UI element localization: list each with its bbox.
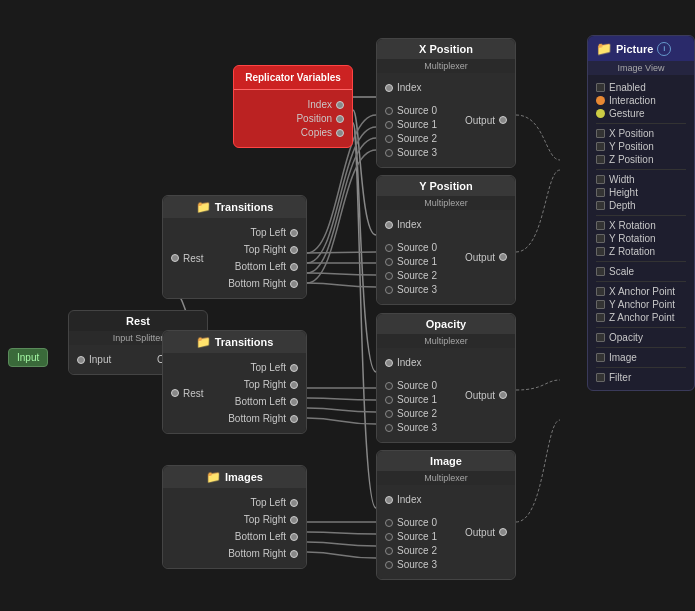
xpos-port-src2: Source 2 — [385, 133, 465, 144]
image-checkbox[interactable] — [596, 353, 605, 362]
port-dot-topleft2 — [290, 364, 298, 372]
opacity-mux-node[interactable]: Opacity Multiplexer Index Source 0 Sourc… — [376, 313, 516, 443]
ypos-header: Y Position — [377, 176, 515, 196]
port-dot-topright-img — [290, 516, 298, 524]
panel-row-yanchor: Y Anchor Point — [596, 299, 686, 310]
picture-panel: 📁 Picture i Image View Enabled Interacti… — [587, 35, 695, 391]
zrot-checkbox[interactable] — [596, 247, 605, 256]
xpos-checkbox[interactable] — [596, 129, 605, 138]
images-header: 📁 Images — [163, 466, 306, 488]
images-port-bottomleft: Bottom Left — [235, 531, 298, 542]
input-label: Input — [17, 352, 39, 363]
xpos-mux-node[interactable]: X Position Multiplexer Index Source 0 So… — [376, 38, 516, 168]
yanchor-checkbox[interactable] — [596, 300, 605, 309]
image-port-src2: Source 2 — [385, 545, 465, 556]
transitions-1-node[interactable]: 📁 Transitions Rest Top Left Top Right — [162, 195, 307, 299]
replicator-port-index: Index — [242, 99, 344, 110]
xpos-header: X Position — [377, 39, 515, 59]
panel-row-zrot: Z Rotation — [596, 246, 686, 257]
panel-row-filter: Filter — [596, 372, 686, 383]
opacity-port-index: Index — [385, 357, 465, 368]
panel-row-interaction: Interaction — [596, 95, 686, 106]
opacity-port-src2: Source 2 — [385, 408, 465, 419]
ypos-port-src1: Source 1 — [385, 256, 465, 267]
width-checkbox[interactable] — [596, 175, 605, 184]
images-port-bottomright: Bottom Right — [228, 548, 298, 559]
image-port-src1: Source 1 — [385, 531, 465, 542]
opacity-checkbox[interactable] — [596, 333, 605, 342]
trans1-port-bottomright: Bottom Right — [228, 278, 298, 289]
picture-panel-body: Enabled Interaction Gesture X Position Y… — [588, 75, 694, 390]
panel-row-gesture: Gesture — [596, 108, 686, 119]
image-mux-node[interactable]: Image Multiplexer Index Source 0 Source … — [376, 450, 516, 580]
trans1-port-bottomleft: Bottom Left — [235, 261, 298, 272]
port-dot-topleft-img — [290, 499, 298, 507]
trans2-port-topleft: Top Left — [250, 362, 298, 373]
splitter-port-input: Input — [77, 354, 111, 365]
panel-row-scale: Scale — [596, 266, 686, 277]
xpos-port-src0: Source 0 — [385, 105, 465, 116]
depth-checkbox[interactable] — [596, 201, 605, 210]
images-node[interactable]: 📁 Images Top Left Top Right Bottom Left … — [162, 465, 307, 569]
panel-row-image: Image — [596, 352, 686, 363]
image-port-src3: Source 3 — [385, 559, 465, 570]
trans2-port-bottomright: Bottom Right — [228, 413, 298, 424]
opacity-port-src0: Source 0 — [385, 380, 465, 391]
port-dot-bottomleft-img — [290, 533, 298, 541]
height-checkbox[interactable] — [596, 188, 605, 197]
replicator-header: Replicator Variables — [234, 66, 352, 89]
panel-row-xanchor: X Anchor Point — [596, 286, 686, 297]
zanchor-checkbox[interactable] — [596, 313, 605, 322]
port-dot-bottomright1 — [290, 280, 298, 288]
images-port-topleft: Top Left — [250, 497, 298, 508]
panel-row-height: Height — [596, 187, 686, 198]
transitions-2-node[interactable]: 📁 Transitions Rest Top Left Top Right — [162, 330, 307, 434]
divider-8 — [596, 367, 686, 368]
folder-icon: 📁 — [596, 41, 612, 56]
panel-row-zanchor: Z Anchor Point — [596, 312, 686, 323]
divider-3 — [596, 215, 686, 216]
ypos-checkbox[interactable] — [596, 142, 605, 151]
xpos-port-src1: Source 1 — [385, 119, 465, 130]
ypos-port-src2: Source 2 — [385, 270, 465, 281]
enabled-checkbox[interactable] — [596, 83, 605, 92]
xanchor-checkbox[interactable] — [596, 287, 605, 296]
port-dot-rest2 — [171, 389, 179, 397]
divider-1 — [596, 123, 686, 124]
panel-row-ypos: Y Position — [596, 141, 686, 152]
port-dot-copies — [336, 129, 344, 137]
trans1-header: 📁 Transitions — [163, 196, 306, 218]
scale-checkbox[interactable] — [596, 267, 605, 276]
divider-2 — [596, 169, 686, 170]
info-icon[interactable]: i — [657, 42, 671, 56]
panel-row-zpos: Z Position — [596, 154, 686, 165]
picture-panel-title: Picture — [616, 43, 653, 55]
replicator-port-copies: Copies — [242, 127, 344, 138]
port-dot-position — [336, 115, 344, 123]
trans1-port-topleft: Top Left — [250, 227, 298, 238]
input-node: Input — [8, 348, 48, 367]
panel-row-enabled: Enabled — [596, 82, 686, 93]
divider-5 — [596, 281, 686, 282]
picture-panel-subtitle: Image View — [618, 63, 665, 73]
trans2-port-rest: Rest — [171, 388, 204, 399]
image-port-src0: Source 0 — [385, 517, 465, 528]
trans2-port-bottomleft: Bottom Left — [235, 396, 298, 407]
image-port-output — [499, 528, 507, 536]
filter-checkbox[interactable] — [596, 373, 605, 382]
xrot-checkbox[interactable] — [596, 221, 605, 230]
divider-6 — [596, 327, 686, 328]
ypos-subheader: Multiplexer — [377, 196, 515, 210]
xpos-port-src3: Source 3 — [385, 147, 465, 158]
port-dot-bottomright2 — [290, 415, 298, 423]
replicator-node[interactable]: Replicator Variables Index Position Copi… — [233, 65, 353, 148]
opacity-port-output — [499, 391, 507, 399]
port-dot-topright2 — [290, 381, 298, 389]
ypos-mux-node[interactable]: Y Position Multiplexer Index Source 0 So… — [376, 175, 516, 305]
divider-4 — [596, 261, 686, 262]
zpos-checkbox[interactable] — [596, 155, 605, 164]
image-port-index: Index — [385, 494, 465, 505]
yrot-checkbox[interactable] — [596, 234, 605, 243]
opacity-subheader: Multiplexer — [377, 334, 515, 348]
port-dot-bottomleft1 — [290, 263, 298, 271]
